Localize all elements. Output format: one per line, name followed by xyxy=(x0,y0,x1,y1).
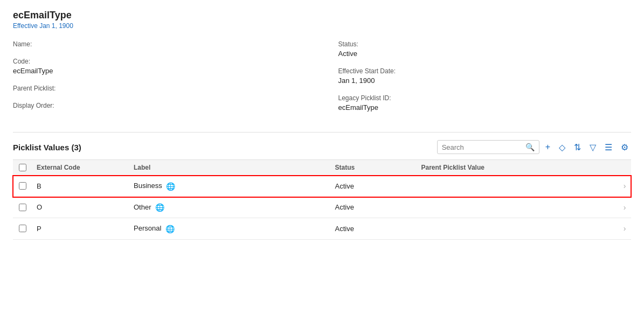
row-label: Personal 🌐 xyxy=(129,224,331,233)
form-section: Name: Code: ecEmailType Parent Picklist:… xyxy=(13,40,631,127)
page-container: ecEmailType Effective Jan 1, 1900 Name: … xyxy=(0,0,644,334)
picklist-header: Picklist Values (3) 🔍 + ◇ ⇅ ▽ ☰ ⚙ xyxy=(13,140,631,154)
code-label: Code: xyxy=(13,58,306,65)
field-name: Name: xyxy=(13,40,306,48)
row-status: Active xyxy=(331,203,417,211)
row-checkbox[interactable] xyxy=(19,182,26,190)
header-checkbox-cell[interactable] xyxy=(13,164,32,171)
code-value: ecEmailType xyxy=(13,67,306,75)
sort-button[interactable]: ⇅ xyxy=(571,141,584,154)
form-left: Name: Code: ecEmailType Parent Picklist:… xyxy=(13,40,328,121)
status-value: Active xyxy=(338,50,632,58)
row-chevron[interactable]: › xyxy=(618,182,631,190)
page-title: ecEmailType xyxy=(13,10,631,21)
effective-start-date-value: Jan 1, 1900 xyxy=(338,76,632,85)
row-checkbox-cell[interactable] xyxy=(13,225,32,232)
filter-button[interactable]: ▽ xyxy=(587,141,599,154)
row-label: Other 🌐 xyxy=(129,203,331,212)
add-button[interactable]: + xyxy=(543,141,553,154)
col-status: Status xyxy=(331,164,417,171)
table-header: External Code Label Status Parent Pickli… xyxy=(13,159,631,176)
col-parent-picklist-value: Parent Picklist Value xyxy=(417,164,619,171)
picklist-toolbar: 🔍 + ◇ ⇅ ▽ ☰ ⚙ xyxy=(437,140,631,154)
legacy-picklist-id-value: ecEmailType xyxy=(338,103,632,112)
row-label: Business 🌐 xyxy=(129,182,331,191)
effective-date: Effective Jan 1, 1900 xyxy=(13,22,631,30)
field-code: Code: ecEmailType xyxy=(13,58,306,75)
table-row[interactable]: P Personal 🌐 Active › xyxy=(13,218,631,240)
table-row[interactable]: O Other 🌐 Active › xyxy=(13,197,631,219)
columns-button[interactable]: ☰ xyxy=(602,141,615,154)
form-right: Status: Active Effective Start Date: Jan… xyxy=(328,40,632,121)
row-chevron[interactable]: › xyxy=(618,203,631,212)
picklist-title: Picklist Values (3) xyxy=(13,143,81,152)
table-row[interactable]: B Business 🌐 Active › xyxy=(13,176,631,197)
globe-icon: 🌐 xyxy=(155,203,164,212)
field-display-order: Display Order: xyxy=(13,102,306,109)
row-chevron[interactable]: › xyxy=(618,224,631,233)
field-legacy-picklist-id: Legacy Picklist ID: ecEmailType xyxy=(338,94,632,112)
row-checkbox-cell[interactable] xyxy=(13,204,32,211)
field-status: Status: Active xyxy=(338,40,632,58)
col-external-code: External Code xyxy=(32,164,129,171)
select-all-checkbox[interactable] xyxy=(19,164,26,171)
effective-start-date-label: Effective Start Date: xyxy=(338,67,632,75)
settings-button[interactable]: ⚙ xyxy=(618,141,631,154)
row-checkbox-cell[interactable] xyxy=(13,182,32,190)
row-external-code: O xyxy=(32,203,129,211)
row-checkbox[interactable] xyxy=(19,225,26,232)
field-parent-picklist: Parent Picklist: xyxy=(13,85,306,92)
parent-picklist-label: Parent Picklist: xyxy=(13,85,306,92)
status-label: Status: xyxy=(338,40,632,48)
legacy-picklist-id-label: Legacy Picklist ID: xyxy=(338,94,632,102)
row-status: Active xyxy=(331,225,417,233)
globe-icon: 🌐 xyxy=(165,225,175,233)
col-label: Label xyxy=(129,164,331,171)
field-effective-start-date: Effective Start Date: Jan 1, 1900 xyxy=(338,67,632,85)
row-external-code: P xyxy=(32,225,129,233)
search-icon: 🔍 xyxy=(525,143,535,151)
row-external-code: B xyxy=(32,182,129,190)
main-card: ecEmailType Effective Jan 1, 1900 Name: … xyxy=(0,0,644,334)
section-divider xyxy=(13,132,631,133)
row-checkbox[interactable] xyxy=(19,204,26,211)
globe-icon: 🌐 xyxy=(166,182,175,191)
name-label: Name: xyxy=(13,40,306,48)
col-actions xyxy=(618,164,631,171)
row-status: Active xyxy=(331,182,417,190)
display-order-label: Display Order: xyxy=(13,102,306,109)
search-box[interactable]: 🔍 xyxy=(437,140,539,154)
search-input[interactable] xyxy=(442,143,525,151)
diamond-button[interactable]: ◇ xyxy=(556,141,568,154)
